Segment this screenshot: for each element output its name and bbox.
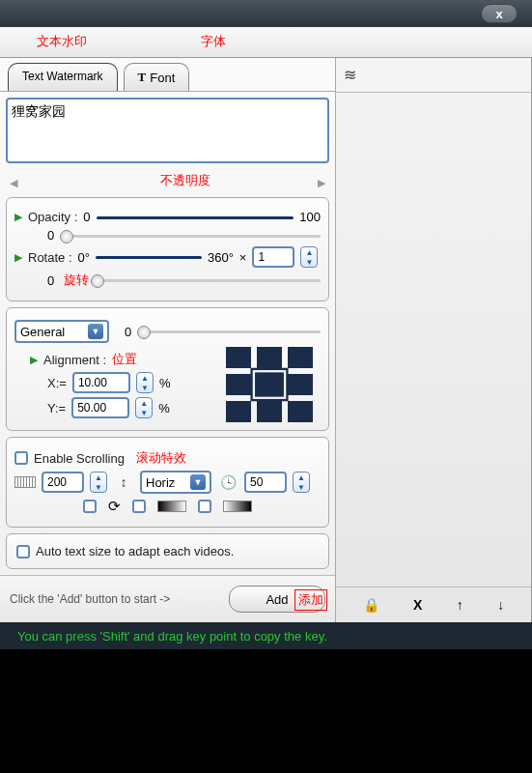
enable-scrolling-label: Enable Scrolling: [34, 451, 125, 466]
opacity-row: ▶ Opacity : 0 100: [14, 210, 321, 224]
rotate-times-input[interactable]: [252, 246, 294, 268]
direction-dropdown[interactable]: Horiz ▼: [140, 471, 211, 494]
auto-text-checkbox[interactable]: [16, 545, 30, 558]
delete-icon[interactable]: X: [413, 597, 422, 613]
scroll-width-spinner[interactable]: ▲▼: [90, 472, 107, 493]
watermark-text-input[interactable]: 狸窝家园: [6, 98, 329, 163]
general-num: 0: [125, 325, 131, 339]
chevron-down-icon[interactable]: ▼: [91, 482, 106, 492]
align-tr[interactable]: [288, 347, 313, 368]
opacity-value-row: 0: [14, 228, 321, 243]
alignment-label-row: ▶ Alignment : 位置: [30, 351, 226, 368]
y-input[interactable]: [71, 397, 129, 418]
direction-value: Horiz: [146, 475, 190, 490]
enable-scrolling-checkbox[interactable]: [14, 451, 28, 465]
rotate-max: 360°: [208, 250, 234, 265]
auto-text-label: Auto text size to adapt each videos.: [36, 544, 234, 558]
scroll-speed-input[interactable]: [244, 472, 287, 493]
align-bl[interactable]: [226, 401, 251, 422]
rotate-value-slider[interactable]: [91, 274, 321, 286]
layers-icon[interactable]: ≋: [344, 67, 356, 83]
ann-opacity: 不透明度: [160, 172, 210, 189]
rotate-times: ×: [239, 250, 247, 265]
opt3-checkbox[interactable]: [198, 500, 211, 513]
ann-rotate: 旋转: [64, 272, 89, 289]
chevron-down-icon: ▼: [88, 324, 103, 339]
x-input[interactable]: [72, 372, 130, 393]
chevron-up-icon[interactable]: ▲: [294, 472, 309, 482]
chevron-up-icon[interactable]: ▲: [136, 398, 152, 408]
y-percent: %: [158, 401, 170, 415]
rotate-slider[interactable]: [96, 251, 202, 263]
general-slider[interactable]: [137, 326, 321, 337]
align-tc[interactable]: [257, 347, 282, 368]
ruler-icon: [14, 476, 36, 488]
ann-position: 位置: [112, 351, 137, 368]
add-hint: Click the 'Add' button to start ->: [10, 592, 221, 606]
x-row: X:= ▲▼ %: [30, 372, 226, 393]
align-mr[interactable]: [288, 374, 313, 395]
align-br[interactable]: [288, 401, 313, 422]
y-row: Y:= ▲▼ %: [30, 397, 226, 418]
preview-area: [0, 649, 532, 773]
rotate-spinner[interactable]: ▲▼: [300, 246, 318, 268]
down-icon[interactable]: ↓: [497, 597, 504, 613]
y-label: Y:=: [47, 401, 66, 415]
ann-font: 字体: [201, 33, 226, 50]
alignment-grid: [226, 347, 313, 422]
shift-hint: You can press 'Shift' and drag key point…: [17, 629, 327, 644]
align-mc[interactable]: [255, 372, 284, 396]
tab-row: Text Watermark T Font: [0, 58, 335, 92]
ann-scrolling: 滚动特效: [136, 449, 186, 467]
lock-icon[interactable]: 🔒: [363, 597, 379, 613]
opacity-min: 0: [83, 210, 90, 224]
scroll-width-input[interactable]: [42, 472, 84, 493]
chevron-down-icon[interactable]: ▼: [294, 482, 309, 492]
general-dropdown[interactable]: General ▼: [14, 320, 109, 343]
align-tl[interactable]: [226, 347, 251, 368]
x-spinner[interactable]: ▲▼: [136, 372, 154, 393]
chevron-down-icon[interactable]: ▼: [301, 257, 317, 267]
opt2-checkbox[interactable]: [132, 500, 146, 513]
up-icon[interactable]: ↑: [457, 597, 463, 613]
opacity-label: Opacity :: [28, 210, 77, 224]
tab-font-label: Font: [150, 71, 175, 85]
chevron-down-icon[interactable]: ▼: [137, 383, 153, 392]
close-icon: x: [495, 7, 502, 21]
arrow-bar: ◀ 不透明度 ▶: [10, 174, 325, 191]
opacity-slider[interactable]: [97, 212, 294, 223]
chevron-up-icon[interactable]: ▲: [301, 247, 317, 257]
opt1-checkbox[interactable]: [83, 500, 97, 513]
chevron-down-icon[interactable]: ▼: [136, 408, 152, 417]
triangle-icon: ▶: [30, 354, 38, 366]
triangle-icon: ▶: [14, 251, 22, 264]
font-t-icon: T: [138, 70, 147, 85]
ann-add: 添加: [294, 589, 327, 611]
rotate-row: ▶ Rotate : 0° 360° × ▲▼: [14, 246, 321, 268]
alignment-fields: ▶ Alignment : 位置 X:= ▲▼ % Y:= ▲▼ %: [14, 347, 226, 422]
tab-text-watermark[interactable]: Text Watermark: [8, 63, 118, 91]
align-bc[interactable]: [257, 401, 282, 422]
general-value: General: [20, 325, 88, 339]
annotation-bar: 文本水印 字体: [0, 27, 532, 58]
add-bar: Click the 'Add' button to start -> Add 添…: [0, 575, 335, 622]
chevron-up-icon[interactable]: ▲: [137, 373, 153, 383]
chevron-up-icon[interactable]: ▲: [91, 472, 106, 482]
arrow-right-icon: ▶: [318, 177, 325, 189]
scroll-speed-spinner[interactable]: ▲▼: [293, 472, 310, 493]
tab-font[interactable]: T Font: [124, 63, 190, 91]
clock-icon: 🕓: [217, 473, 238, 491]
right-bottom-toolbar: 🔒 X ↑ ↓: [336, 587, 531, 622]
gradient-icon-2: [223, 501, 252, 512]
opacity-rotate-section: ▶ Opacity : 0 100 0 ▶ Rotate : 0°: [6, 197, 329, 301]
opacity-value-slider[interactable]: [60, 230, 321, 242]
direction-icon[interactable]: ↕: [113, 473, 134, 491]
close-button[interactable]: x: [481, 4, 518, 23]
align-ml[interactable]: [226, 374, 251, 395]
general-row: General ▼ 0: [14, 320, 321, 343]
opacity-value: 0: [47, 228, 54, 243]
enable-scrolling-row: Enable Scrolling 滚动特效: [14, 449, 321, 467]
y-spinner[interactable]: ▲▼: [135, 397, 153, 418]
right-tools: ≋: [336, 58, 531, 93]
gradient-icon: [157, 501, 186, 512]
